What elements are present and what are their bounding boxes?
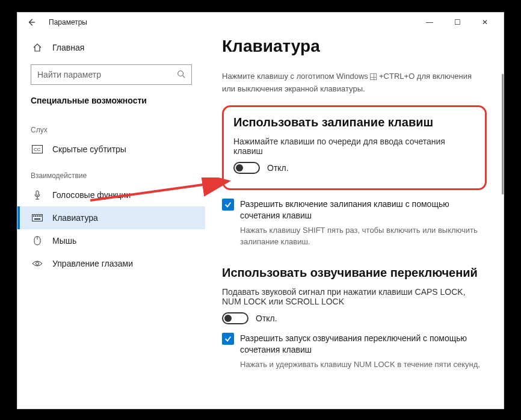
page-title: Клавиатура: [222, 37, 487, 56]
sidebar-item-captions[interactable]: CC Скрытые субтитры: [17, 138, 205, 161]
togglekeys-shortcut-sub: Нажать и удерживать клавишу NUM LOCK в т…: [240, 359, 487, 371]
svg-rect-3: [36, 191, 39, 196]
toggle-keys-toggle-state: Откл.: [256, 313, 277, 323]
toggle-keys-title: Использовать озвучивание переключений: [222, 266, 487, 280]
sticky-keys-toggle-state: Откл.: [267, 163, 289, 173]
search-placeholder: Найти параметр: [37, 70, 101, 79]
sticky-keys-desc: Нажимайте клавиши по очереди для ввода с…: [233, 137, 475, 156]
window-controls: — ☐ ✕: [416, 13, 499, 31]
sticky-shortcut-row: Разрешить включение залипания клавиш с п…: [222, 199, 487, 248]
check-icon: [224, 200, 232, 209]
svg-rect-9: [40, 215, 42, 217]
settings-window: Параметры — ☐ ✕ Главная Найти параметр С…: [17, 12, 504, 409]
mic-icon: [31, 190, 44, 200]
toggle-keys-desc: Подавать звуковой сигнал при нажатии кла…: [222, 287, 487, 306]
titlebar: Параметры — ☐ ✕: [17, 13, 504, 32]
svg-rect-8: [39, 215, 40, 217]
sticky-keys-title: Использовать залипание клавиш: [233, 116, 475, 129]
sticky-shortcut-label: Разрешить включение залипания клавиш с п…: [240, 199, 487, 222]
toggle-keys-toggle[interactable]: [222, 312, 248, 324]
svg-text:CC: CC: [34, 147, 41, 152]
sticky-keys-toggle-row: Откл.: [233, 162, 475, 174]
search-icon: [177, 70, 185, 80]
sidebar-home[interactable]: Главная: [17, 37, 205, 58]
togglekeys-shortcut-checkbox[interactable]: [222, 333, 234, 345]
close-button[interactable]: ✕: [471, 13, 499, 31]
sticky-shortcut-sub: Нажать клавишу SHIFT пять раз, чтобы вкл…: [240, 224, 487, 248]
sidebar-item-label: Голосовые функции: [52, 190, 131, 200]
group-label-hearing: Слух: [17, 115, 205, 138]
back-arrow-icon: [27, 18, 35, 26]
sidebar-item-label: Управление глазами: [52, 259, 133, 268]
group-label-interaction: Взаимодействие: [17, 161, 205, 184]
sidebar-item-label: Мышь: [52, 236, 76, 246]
sticky-keys-toggle[interactable]: [233, 162, 260, 174]
sidebar-item-mouse[interactable]: Мышь: [17, 229, 205, 252]
sticky-keys-section-highlight: Использовать залипание клавиш Нажимайте …: [222, 105, 487, 190]
back-button[interactable]: [22, 13, 40, 31]
content-pane: Клавиатура Нажмите клавишу с логотипом W…: [205, 32, 504, 409]
togglekeys-shortcut-row: Разрешить запуск озвучивания переключени…: [222, 333, 487, 371]
onscreen-keyboard-hint: Нажмите клавишу с логотипом Windows +CTR…: [222, 70, 487, 96]
togglekeys-shortcut-label: Разрешить запуск озвучивания переключени…: [240, 333, 487, 356]
maximize-button[interactable]: ☐: [443, 13, 471, 31]
home-icon: [31, 43, 44, 52]
svg-point-0: [178, 70, 183, 76]
svg-rect-7: [37, 215, 38, 217]
sidebar-category-header: Специальные возможности: [17, 92, 205, 115]
sidebar-item-label: Клавиатура: [52, 213, 98, 223]
sidebar-item-keyboard[interactable]: Клавиатура: [17, 206, 205, 229]
keyboard-icon: [31, 214, 44, 221]
minimize-button[interactable]: —: [416, 13, 443, 31]
sidebar-home-label: Главная: [52, 43, 84, 52]
toggle-keys-section: Использовать озвучивание переключений По…: [222, 266, 487, 371]
svg-point-12: [36, 262, 39, 265]
search-input[interactable]: Найти параметр: [31, 64, 192, 85]
sidebar-item-speech[interactable]: Голосовые функции: [17, 184, 205, 206]
sidebar-item-label: Скрытые субтитры: [52, 144, 126, 154]
sticky-shortcut-checkbox[interactable]: [222, 199, 234, 211]
app-title: Параметры: [49, 18, 87, 26]
mouse-icon: [31, 236, 44, 246]
window-body: Главная Найти параметр Специальные возмо…: [17, 32, 504, 409]
toggle-keys-toggle-row: Откл.: [222, 312, 487, 324]
sidebar: Главная Найти параметр Специальные возмо…: [17, 32, 205, 409]
svg-rect-6: [35, 215, 36, 217]
windows-key-icon: [370, 73, 377, 80]
captions-icon: CC: [31, 145, 44, 153]
svg-rect-5: [33, 215, 34, 217]
eye-icon: [31, 260, 44, 267]
check-icon: [224, 335, 232, 343]
scrollbar[interactable]: [502, 74, 504, 194]
svg-rect-10: [34, 218, 40, 220]
sidebar-item-eye[interactable]: Управление глазами: [17, 252, 205, 275]
